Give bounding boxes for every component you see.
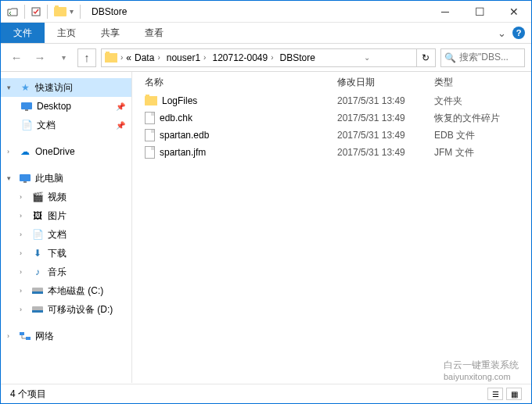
qat-dropdown-icon[interactable]: ▾ [70,7,74,16]
minimize-button[interactable]: ─ [428,1,462,23]
tab-view[interactable]: 查看 [132,23,176,43]
sidebar-item-thispc[interactable]: ▾ 此电脑 [1,169,131,188]
svg-rect-10 [26,337,31,340]
column-type[interactable]: 类型 [434,76,531,89]
sidebar-item-downloads[interactable]: ›⬇下载 [1,244,131,263]
downloads-icon: ⬇ [31,248,45,259]
sidebar-item-music[interactable]: ›♪音乐 [1,263,131,281]
music-icon: ♪ [31,266,45,277]
pictures-icon: 🖼 [31,210,45,221]
svg-rect-8 [32,310,43,313]
sidebar-item-videos[interactable]: ›🎬视频 [1,188,131,206]
folder-icon [105,53,117,63]
breadcrumb-prev[interactable]: «Data› [123,49,163,66]
forward-button[interactable]: → [31,48,49,67]
navigation-pane: ▾ ★ 快速访问 Desktop 📌 📄 文档 📌 › ☁ OneDrive [1,72,132,383]
svg-rect-3 [20,174,31,181]
file-name: LogFiles [162,95,197,106]
back-button[interactable]: ← [7,48,26,67]
column-name[interactable]: 名称 [145,76,337,89]
file-name: spartan.jfm [160,147,206,158]
sidebar-item-documents[interactable]: ›📄文档 [1,225,131,244]
collapse-icon[interactable]: ▾ [7,84,15,91]
column-headers: 名称 修改日期 类型 [132,72,531,92]
onedrive-icon: ☁ [18,146,32,157]
column-modified[interactable]: 修改日期 [337,76,434,89]
svg-rect-6 [32,291,43,294]
drive-icon [31,287,45,295]
file-icon [145,146,155,159]
view-details-button[interactable]: ☰ [487,388,503,400]
search-input[interactable]: 🔍 搜索"DBS... [440,48,525,67]
file-name: edb.chk [160,113,192,123]
file-list: 名称 修改日期 类型 LogFiles2017/5/31 13:49文件夹edb… [132,72,531,383]
search-placeholder: 搜索"DBS... [459,51,509,64]
titlebar: ▾ DBStore ─ ☐ ✕ [1,1,531,23]
sidebar-item-cdrive[interactable]: ›本地磁盘 (C:) [1,281,131,300]
tab-home[interactable]: 主页 [45,23,88,43]
star-icon: ★ [18,82,32,93]
view-icons-button[interactable]: ▦ [506,388,522,400]
tab-share[interactable]: 共享 [88,23,132,43]
pin-icon: 📌 [116,102,125,111]
collapse-icon[interactable]: ▾ [7,174,15,182]
sidebar-item-desktop[interactable]: Desktop 📌 [1,97,131,116]
file-row[interactable]: LogFiles2017/5/31 13:49文件夹 [132,92,531,109]
breadcrumb-item[interactable]: 120712-0049› [209,49,276,66]
breadcrumb-item[interactable]: DBStore [277,49,318,66]
folder-icon [54,7,66,16]
desktop-icon [20,102,34,111]
documents-icon: 📄 [20,120,34,130]
ribbon-expand-icon[interactable]: ⌄ [498,27,506,39]
item-count: 4 个项目 [10,388,46,401]
file-icon [145,112,155,124]
sidebar-item-ddrive[interactable]: ›可移动设备 (D:) [1,300,131,319]
documents-icon: 📄 [31,229,45,240]
recent-dropdown[interactable]: ▾ [54,48,73,67]
folder-icon [145,96,157,105]
status-bar: 4 个项目 ☰ ▦ [1,384,531,403]
sidebar-item-pictures[interactable]: ›🖼图片 [1,206,131,225]
sidebar-item-quick-access[interactable]: ▾ ★ 快速访问 [1,78,131,97]
tab-file[interactable]: 文件 [1,23,45,43]
prev-folder-icon[interactable] [7,6,18,17]
file-type: 恢复的文件碎片 [434,112,531,125]
network-icon [18,331,32,341]
svg-rect-9 [20,332,24,335]
expand-icon[interactable]: › [7,332,15,340]
file-modified: 2017/5/31 13:49 [337,130,434,141]
expand-icon[interactable]: › [7,148,15,156]
svg-rect-2 [25,109,28,111]
maximize-button[interactable]: ☐ [462,1,497,23]
address-bar[interactable]: › «Data› nouser1› 120712-0049› DBStore ⌄… [101,48,436,67]
file-type: EDB 文件 [434,129,531,142]
close-button[interactable]: ✕ [497,1,531,23]
sidebar-item-documents[interactable]: 📄 文档 📌 [1,116,131,134]
sidebar-item-network[interactable]: › 网络 [1,327,131,345]
up-button[interactable]: ↑ [77,48,96,67]
sidebar-item-onedrive[interactable]: › ☁ OneDrive [1,142,131,161]
help-icon[interactable]: ? [512,27,525,39]
refresh-button[interactable]: ↻ [416,49,435,66]
file-type: 文件夹 [434,95,531,108]
breadcrumb-item[interactable]: nouser1› [164,49,210,66]
file-icon [145,129,155,141]
addr-dropdown-icon[interactable]: ⌄ [358,49,376,66]
file-modified: 2017/5/31 13:49 [337,147,434,158]
file-row[interactable]: spartan.edb2017/5/31 13:49EDB 文件 [132,127,531,144]
window-title: DBStore [92,6,127,17]
file-row[interactable]: spartan.jfm2017/5/31 13:49JFM 文件 [132,144,531,161]
file-type: JFM 文件 [434,146,531,159]
checkbox-icon[interactable] [31,7,41,16]
svg-rect-1 [21,102,32,109]
file-modified: 2017/5/31 13:49 [337,113,434,123]
svg-rect-4 [23,181,27,183]
computer-icon [18,173,32,183]
file-row[interactable]: edb.chk2017/5/31 13:49恢复的文件碎片 [132,109,531,127]
videos-icon: 🎬 [31,191,45,202]
ribbon-tabs: 文件 主页 共享 查看 ⌄ ? [1,23,531,44]
search-icon: 🔍 [444,52,456,63]
pin-icon: 📌 [116,121,125,130]
file-name: spartan.edb [160,130,209,141]
navigation-bar: ← → ▾ ↑ › «Data› nouser1› 120712-0049› D… [1,44,531,72]
